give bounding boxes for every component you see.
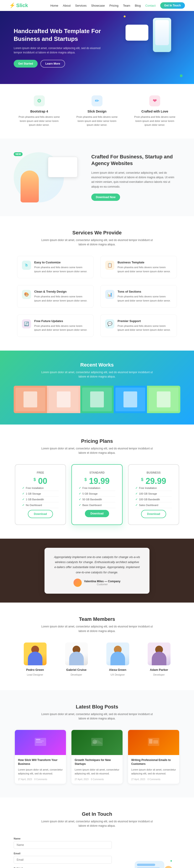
service-updates-text: Free Future Updates Proin pharetra and f… — [34, 319, 89, 332]
crafted-illustration: NEW — [14, 152, 77, 203]
team-body-3 — [152, 652, 166, 665]
blog-card-1[interactable]: Growth Techniques for New Startups Lorem… — [71, 730, 123, 784]
hero-get-started-button[interactable]: Get Started — [14, 60, 38, 67]
nav-showcase[interactable]: Showcase — [91, 4, 105, 7]
email-input[interactable] — [14, 856, 112, 864]
customize-title: Easy to Customize — [34, 261, 89, 264]
nav-home[interactable]: Home — [51, 4, 58, 7]
work-inner-2 — [49, 388, 78, 411]
support-desc: Proin pharetra and felis devero some lor… — [118, 324, 172, 332]
name-label: Name — [14, 837, 112, 840]
testimonial-quote: Appropriately implement one-to-one catal… — [54, 555, 140, 575]
team-role-1: Developer — [70, 673, 82, 676]
hero-card-decoration — [126, 25, 148, 41]
plan-amount-standard: 19.99 — [89, 476, 109, 486]
hero-title: Handcrafted Web Template For Business an… — [14, 27, 109, 43]
work-item-3[interactable] — [80, 386, 114, 413]
trendy-icon: 🎨 — [22, 290, 31, 299]
feature-item-design: ✏ Slick Design Proin pharetra and felis … — [74, 95, 120, 127]
hero-dot2-decoration — [124, 16, 126, 17]
nav-about[interactable]: About — [63, 4, 70, 7]
plan-price-standard: $ 19.99 — [76, 477, 118, 485]
nav-blog[interactable]: Blog — [135, 4, 141, 7]
plan-currency-free: $ — [34, 477, 36, 482]
testimonial-section: Appropriately implement one-to-one catal… — [0, 539, 194, 602]
plan-feature-biz-2: 100 GB Bandwidth — [135, 497, 172, 502]
blog-image-0 — [15, 730, 66, 755]
work-item-4[interactable] — [114, 386, 147, 413]
crafted-download-button[interactable]: Download Now — [91, 193, 120, 201]
team-body-1 — [69, 652, 84, 665]
logo-text: Slick — [16, 2, 28, 8]
crafted-section: NEW Crafted For Business, Startup and Ag… — [0, 138, 194, 216]
work-item-2[interactable] — [47, 386, 80, 413]
nav-contact[interactable]: Contact — [146, 4, 156, 7]
crafted-figure — [21, 170, 39, 203]
business-title: Business Template — [118, 261, 172, 264]
team-role-0: Lead Designer — [27, 673, 43, 676]
service-business-text: Business Template Proin pharetra and fel… — [118, 261, 172, 273]
design-icon: ✏ — [92, 95, 102, 106]
design-desc: Proin pharetra and felis devero some lor… — [74, 115, 120, 127]
blog-title: Latest Blog Posts — [14, 704, 180, 710]
services-section: Services We Provide Lorem ipsum dolor si… — [0, 216, 194, 350]
author-avatar — [73, 579, 82, 587]
pricing-card-business: BUSINESS $ 29.99 Free Installation 100 G… — [128, 464, 179, 525]
work-details-2 — [50, 389, 77, 410]
hero-content: Handcrafted Web Template For Business an… — [14, 27, 109, 67]
contact-inner: Name Email Subject Message Submit — [14, 837, 180, 868]
name-input[interactable] — [14, 841, 112, 849]
contact-svg — [130, 856, 176, 868]
plan-btn-business[interactable]: Download — [141, 510, 166, 518]
blog-card-2[interactable]: Writing Professional Emails to Customers… — [128, 730, 179, 784]
blog-comments-0: 0 Comments — [34, 778, 47, 781]
work-mock-1 — [24, 392, 37, 407]
plan-btn-free[interactable]: Download — [28, 510, 53, 518]
works-grid — [14, 386, 180, 413]
sections-icon: 📊 — [105, 290, 115, 299]
nav-links: Home About Services Showcase Pricing Tea… — [51, 2, 185, 9]
hero-learn-more-button[interactable]: Learn More — [40, 60, 65, 67]
team-section: Team Members Lorem ipsum dolor sit amet,… — [0, 602, 194, 690]
team-card-0: Pedro Green Lead Designer — [17, 643, 53, 677]
nav-team[interactable]: Team — [123, 4, 130, 7]
customize-icon: 🖱 — [22, 261, 31, 270]
service-card-customize: 🖱 Easy to Customize Proin pharetra and f… — [17, 256, 94, 278]
hero-subtitle: Lorem ipsum dolor sit amet, consectetur … — [14, 46, 109, 55]
plan-name-standard: STANDARD — [76, 471, 118, 474]
plan-amount-business: 29.99 — [146, 476, 166, 486]
service-sections-text: Tons of Sections Proin pharetra and feli… — [118, 290, 172, 303]
subject-label: Subject — [14, 867, 112, 868]
blog-card-0[interactable]: How Slick Will Transform Your Business L… — [15, 730, 66, 784]
service-card-design: 🎨 Clean & Trendy Design Proin pharetra a… — [17, 285, 94, 307]
crafted-screen — [48, 157, 77, 177]
plan-features-business: Free Installation 100 GB Storage 100 GB … — [133, 485, 174, 508]
plan-features-standard: Free Installation 5 GB Storage 50 GB Ban… — [76, 485, 118, 508]
work-item-5[interactable] — [147, 386, 180, 413]
plan-price-free: $ 00 — [20, 477, 61, 485]
plan-feature-free-3: No Dashboard — [22, 502, 59, 508]
services-title: Services We Provide — [14, 230, 180, 236]
blog-meta-0: 27 April, 2023 0 Comments — [18, 778, 63, 781]
team-role-2: UX Designer — [110, 673, 125, 676]
blog-subtitle: Lorem ipsum dolor sit amet, consectetur … — [40, 712, 154, 721]
design-service-title: Clean & Trendy Design — [34, 290, 89, 293]
plan-btn-standard[interactable]: Download — [85, 510, 109, 517]
crafted-description: Lorem ipsum dolor sit amet, consectetur … — [91, 170, 178, 189]
love-icon: ❤ — [149, 95, 160, 106]
blog-post-title-0: How Slick Will Transform Your Business — [18, 758, 63, 766]
nav-services[interactable]: Services — [75, 4, 87, 7]
work-item-1[interactable] — [14, 386, 47, 413]
plan-features-free: Free Installation 1 GB Storage 1 GB Band… — [20, 485, 61, 508]
service-customize-text: Easy to Customize Proin pharetra and fel… — [34, 261, 89, 273]
author-info: Valentina Miles — Company Customer — [84, 580, 120, 586]
team-grid: Pedro Green Lead Designer Gabriel Cruise… — [17, 643, 177, 677]
nav-cta-button[interactable]: Get In Touch — [160, 2, 185, 9]
service-card-support: 💬 Premier Support Proin pharetra and fel… — [100, 314, 177, 337]
form-row-email: Email — [14, 852, 112, 864]
svg-rect-7 — [149, 739, 153, 744]
nav-pricing[interactable]: Pricing — [109, 4, 119, 7]
svg-rect-10 — [137, 864, 155, 866]
team-name-0: Pedro Green — [17, 668, 53, 672]
pricing-grid: FREE $ 00 Free Installation 1 GB Storage… — [15, 464, 179, 525]
